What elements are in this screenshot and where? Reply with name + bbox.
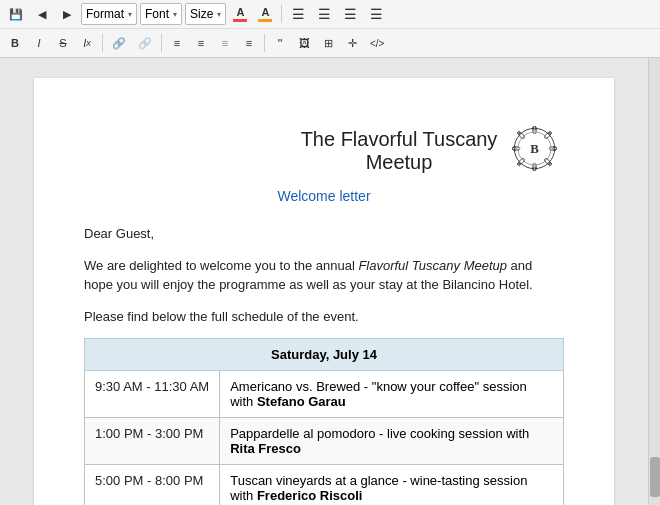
save-button[interactable]: 💾 [4, 3, 28, 25]
indent-more-button[interactable]: ≡ [238, 32, 260, 54]
table-row: 1:00 PM - 3:00 PM Pappardelle al pomodor… [85, 418, 564, 465]
schedule-header: Saturday, July 14 [85, 339, 564, 371]
clear-format-button[interactable]: Ix [76, 32, 98, 54]
welcome-link[interactable]: Welcome letter [84, 188, 564, 204]
svg-point-11 [543, 131, 551, 139]
font-color-button[interactable]: A [229, 3, 251, 25]
italic-button[interactable]: I [28, 32, 50, 54]
page-header: The Flavorful Tuscany Meetup [84, 118, 564, 178]
time-cell: 1:00 PM - 3:00 PM [85, 418, 220, 465]
format-arrow: ▾ [128, 10, 132, 19]
editor-scroll[interactable]: The Flavorful Tuscany Meetup [0, 58, 648, 505]
separator2 [102, 34, 103, 52]
schedule-table: Saturday, July 14 9:30 AM - 11:30 AM Ame… [84, 338, 564, 505]
scrollbar-thumb[interactable] [650, 457, 660, 497]
event-cell: Pappardelle al pomodoro - live cooking s… [220, 418, 564, 465]
table-row: 9:30 AM - 11:30 AM Americano vs. Brewed … [85, 371, 564, 418]
editor-wrapper: The Flavorful Tuscany Meetup [0, 58, 660, 505]
paragraph2: Please find below the full schedule of t… [84, 307, 564, 327]
font-color-bar [233, 19, 247, 22]
size-label: Size [190, 7, 213, 21]
undo-button[interactable]: ◀ [31, 3, 53, 25]
time-cell: 5:00 PM - 8:00 PM [85, 465, 220, 506]
list-ordered-button[interactable]: ≡ [190, 32, 212, 54]
strikethrough-button[interactable]: S [52, 32, 74, 54]
speaker-name: Stefano Garau [257, 394, 346, 409]
scrollbar-track[interactable] [648, 58, 660, 505]
format-dropdown[interactable]: Format ▾ [81, 3, 137, 25]
unlink-button[interactable]: 🔗 [133, 32, 157, 54]
font-highlight-letter: A [261, 7, 269, 18]
event-cell: Tuscan vineyards at a glance - wine-tast… [220, 465, 564, 506]
toolbar-row1: 💾 ◀ ▶ Format ▾ Font ▾ Size ▾ A A ☰ [0, 0, 660, 29]
event-cell: Americano vs. Brewed - "know your coffee… [220, 371, 564, 418]
separator3 [161, 34, 162, 52]
align-center-button[interactable]: ☰ [313, 3, 336, 25]
redo-button[interactable]: ▶ [56, 3, 78, 25]
special-char-button[interactable]: ✛ [341, 32, 363, 54]
speaker-name: Frederico Riscoli [257, 488, 362, 503]
indent-less-button[interactable]: ≡ [214, 32, 236, 54]
source-button[interactable]: </> [365, 32, 389, 54]
speaker-name: Rita Fresco [230, 441, 301, 456]
font-highlight-button[interactable]: A [254, 3, 276, 25]
align-justify-button[interactable]: ☰ [365, 3, 388, 25]
svg-point-13 [543, 157, 551, 165]
separator [281, 5, 282, 23]
greeting: Dear Guest, [84, 224, 564, 244]
size-arrow: ▾ [217, 10, 221, 19]
align-left-button[interactable]: ☰ [287, 3, 310, 25]
document-title: The Flavorful Tuscany Meetup [294, 128, 504, 174]
font-highlight-bar [258, 19, 272, 22]
separator4 [264, 34, 265, 52]
toolbar-row2: B I S Ix 🔗 🔗 ≡ ≡ ≡ ≡ " 🖼 ⊞ ✛ </> [0, 29, 660, 57]
svg-point-15 [517, 157, 525, 165]
format-label: Format [86, 7, 124, 21]
font-color-letter: A [236, 7, 244, 18]
image-button[interactable]: 🖼 [293, 32, 315, 54]
blockquote-button[interactable]: " [269, 32, 291, 54]
logo-icon: B [507, 121, 562, 176]
list-unordered-button[interactable]: ≡ [166, 32, 188, 54]
logo-area: B [504, 118, 564, 178]
time-cell: 9:30 AM - 11:30 AM [85, 371, 220, 418]
table-row: 5:00 PM - 8:00 PM Tuscan vineyards at a … [85, 465, 564, 506]
font-label: Font [145, 7, 169, 21]
table-button[interactable]: ⊞ [317, 32, 339, 54]
italic-text: Flavorful Tuscany Meetup [358, 258, 507, 273]
svg-point-17 [517, 131, 525, 139]
link-button[interactable]: 🔗 [107, 32, 131, 54]
align-right-button[interactable]: ☰ [339, 3, 362, 25]
svg-text:B: B [530, 142, 539, 156]
bold-button[interactable]: B [4, 32, 26, 54]
size-dropdown[interactable]: Size ▾ [185, 3, 226, 25]
toolbar: 💾 ◀ ▶ Format ▾ Font ▾ Size ▾ A A ☰ [0, 0, 660, 58]
font-arrow: ▾ [173, 10, 177, 19]
document-page: The Flavorful Tuscany Meetup [34, 78, 614, 505]
font-dropdown[interactable]: Font ▾ [140, 3, 182, 25]
paragraph1: We are delighted to welcome you to the a… [84, 256, 564, 295]
